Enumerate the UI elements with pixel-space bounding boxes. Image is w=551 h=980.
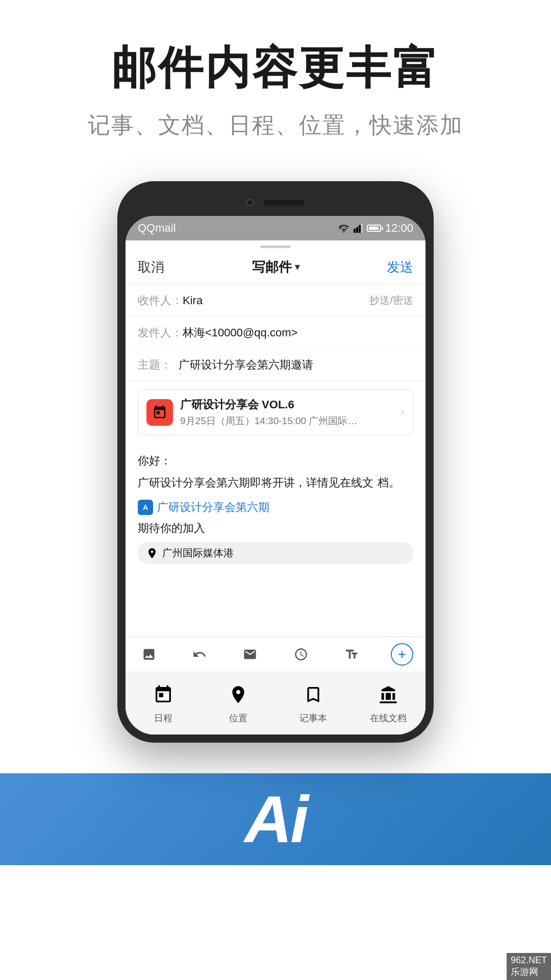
main-title: 邮件内容更丰富 [31,41,520,95]
body-closing: 期待你的加入 [138,519,413,537]
location-tag[interactable]: 广州国际媒体港 [138,542,413,564]
subject-field: 主题： 广研设计分享会第六期邀请 [126,349,425,381]
event-time: 9月25日（周五）14:30-15:00 广州国际… [180,414,394,428]
location-nav-icon [228,684,248,705]
image-icon [142,647,156,662]
email-screen: 取消 写邮件 ▾ 发送 收件人： Kira 抄送/密送 发件人： 林海<10 [126,240,425,734]
body-greeting: 你好： [138,452,413,470]
undo-icon [192,647,207,662]
phone-screen: QQmail [126,216,425,734]
send-button[interactable]: 发送 [387,258,413,276]
notebook-nav-label: 记事本 [299,712,327,724]
clock-toolbar-button[interactable] [290,643,312,666]
app-name-label: QQmail [138,222,176,235]
sender-value[interactable]: 林海<10000@qq.com> [183,325,413,340]
text-icon [344,647,359,662]
status-time: 12:00 [385,222,413,235]
online-doc-nav-icon-container [374,680,403,709]
nav-location[interactable]: 位置 [201,680,276,724]
recipient-field: 收件人： Kira 抄送/密送 [126,285,425,317]
body-main-text: 广研设计分享会第六期即将开讲，详情见在线文 档。 A 广研设计分享会第六期 [138,474,413,515]
add-toolbar-button[interactable]: + [391,643,413,666]
calendar-nav-label: 日程 [154,712,172,724]
mail-icon [243,647,257,662]
nav-notebook[interactable]: 记事本 [276,680,350,724]
email-body[interactable]: 你好： 广研设计分享会第六期即将开讲，详情见在线文 档。 A 广研设计分享会第六… [126,444,425,636]
sender-field: 发件人： 林海<10000@qq.com> [126,317,425,349]
image-toolbar-button[interactable] [138,643,160,666]
svg-rect-0 [354,229,356,233]
camera-notch [246,199,254,206]
ai-badge-text: Ai [244,781,307,857]
event-title: 广研设计分享会 VOL.6 [180,397,394,412]
body-content: 广研设计分享会第六期即将开讲，详情见在线文 [138,474,373,492]
calendar-icon [152,405,167,420]
cancel-button[interactable]: 取消 [138,258,164,276]
signal-icon [354,224,363,233]
phone-container: QQmail [0,161,551,773]
online-doc-nav-label: 在线文档 [370,712,407,724]
nav-online-doc[interactable]: 在线文档 [350,680,425,724]
document-link[interactable]: 广研设计分享会第六期 [157,500,269,515]
event-chevron-icon: › [401,406,405,419]
phone-outer: QQmail [117,181,434,743]
watermark-site: 962.NET [511,955,547,965]
email-toolbar: + [126,636,425,672]
status-icons: 12:00 [338,222,413,235]
svg-rect-3 [361,224,363,233]
drag-indicator [126,240,425,253]
notebook-nav-icon [303,684,323,705]
event-details: 广研设计分享会 VOL.6 9月25日（周五）14:30-15:00 广州国际… [180,397,394,428]
watermark: 962.NET 乐游网 [507,953,551,980]
text-toolbar-button[interactable] [340,643,363,666]
body-content-2: 档。 [378,474,400,492]
event-card[interactable]: 广研设计分享会 VOL.6 9月25日（周五）14:30-15:00 广州国际…… [138,389,413,435]
location-nav-label: 位置 [229,712,247,724]
phone-notch [126,189,425,216]
bottom-nav: 日程 位置 [126,672,425,734]
header-section: 邮件内容更丰富 记事、文档、日程、位置，快速添加 [0,0,551,161]
mail-toolbar-button[interactable] [239,643,261,666]
online-doc-nav-icon [378,684,398,705]
ai-badge-section: Ai [0,773,551,865]
status-bar: QQmail [126,216,425,240]
svg-rect-1 [356,227,358,233]
battery-icon [367,225,381,232]
compose-dropdown-arrow[interactable]: ▾ [295,261,299,273]
subject-label: 主题： [138,357,179,373]
doc-icon-letter: A [143,503,148,511]
cc-bcc-button[interactable]: 抄送/密送 [369,293,413,307]
calendar-nav-icon [153,684,173,705]
clock-icon [294,647,308,662]
location-pin-icon [146,547,158,559]
nav-calendar[interactable]: 日程 [126,680,201,724]
location-nav-icon-container [224,680,253,709]
wifi-icon [338,224,349,233]
email-header: 取消 写邮件 ▾ 发送 [126,253,425,285]
undo-toolbar-button[interactable] [188,643,211,666]
sender-label: 发件人： [138,325,183,340]
recipient-label: 收件人： [138,293,183,308]
compose-title: 写邮件 ▾ [252,258,299,276]
notebook-nav-icon-container [299,680,328,709]
location-label: 广州国际媒体港 [162,546,234,560]
subject-value[interactable]: 广研设计分享会第六期邀请 [179,357,313,373]
sub-title: 记事、文档、日程、位置，快速添加 [31,110,520,140]
plus-icon: + [398,646,406,663]
event-calendar-icon [146,399,173,426]
speaker-notch [264,200,305,205]
document-icon: A [138,500,153,515]
drag-bar [260,246,291,248]
svg-rect-2 [359,225,361,233]
watermark-app: 乐游网 [511,967,538,977]
recipient-value[interactable]: Kira [183,294,369,307]
calendar-nav-icon-container [149,680,178,709]
